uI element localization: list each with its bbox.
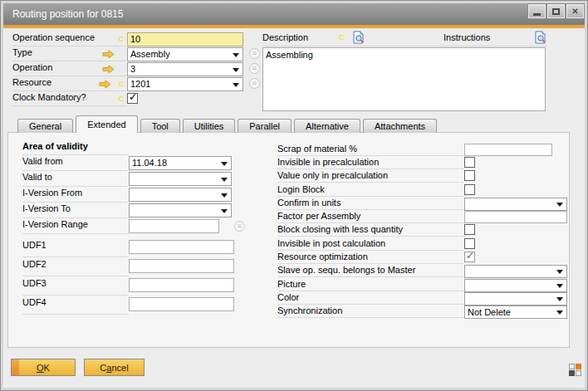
combo-value: 1201 <box>130 79 150 89</box>
dropdown-arrow-icon <box>233 68 239 72</box>
changed-marker: C <box>119 80 125 88</box>
link-arrow-icon[interactable] <box>102 65 115 76</box>
dropdown-arrow-icon <box>221 209 228 213</box>
dropdown-arrow-icon <box>221 178 228 182</box>
udf4-input[interactable] <box>129 297 234 311</box>
cancel-button[interactable]: Cancel <box>84 359 145 376</box>
instructions-expand-icon[interactable] <box>534 31 547 44</box>
udf1-input[interactable] <box>129 240 234 254</box>
block-closing-with-less-quantity-checkbox[interactable] <box>464 224 475 235</box>
tab-tool[interactable]: Tool <box>140 119 180 133</box>
dropdown-arrow-icon <box>233 83 239 87</box>
udf2-label: UDF2 <box>22 259 129 276</box>
synchronization-select[interactable]: Not Delete <box>464 305 567 319</box>
description-label: Description <box>262 32 308 42</box>
synchronization-label: Synchronization <box>277 305 464 318</box>
udf2-input[interactable] <box>129 259 234 273</box>
grip-square <box>569 370 575 376</box>
choose-from-list-icon[interactable]: ≡ <box>249 48 260 59</box>
changed-marker: C <box>119 35 125 43</box>
invisible-in-post-calculation-label: Invisible in post calculation <box>277 238 464 251</box>
description-expand-icon[interactable] <box>352 31 365 44</box>
choose-from-list-icon[interactable]: ≡ <box>234 221 245 232</box>
tab-general[interactable]: General <box>17 119 73 133</box>
valid-to-select[interactable] <box>129 172 232 186</box>
dropdown-arrow-icon <box>221 193 228 198</box>
description-textarea[interactable]: Assembling <box>262 47 546 111</box>
resource-optimization-checkbox[interactable] <box>464 252 475 262</box>
description-text: Assembling <box>266 50 313 60</box>
block-closing-with-less-quantity-label: Block closing with less quantity <box>277 224 464 237</box>
minimize-button[interactable] <box>528 4 546 18</box>
link-arrow-icon[interactable] <box>99 80 111 90</box>
invisible-in-precalculation-checkbox[interactable] <box>464 157 475 168</box>
tab-parallel[interactable]: Parallel <box>238 119 292 133</box>
label-text: Clock Mandatory? <box>12 92 86 102</box>
cancel-button-label: Cancel <box>100 363 128 373</box>
dropdown-arrow-icon <box>556 203 563 207</box>
tab-alternative[interactable]: Alternative <box>294 119 360 133</box>
color-label: Color <box>277 292 464 305</box>
login-block-checkbox[interactable] <box>464 184 475 195</box>
title-bar[interactable]: Routing position for 0815 <box>3 3 585 25</box>
iversion-from-select[interactable] <box>129 188 232 202</box>
operation-sequence-input[interactable]: 10 <box>127 32 243 46</box>
dropdown-arrow-icon <box>556 297 563 301</box>
clock-mandatory-checkbox[interactable] <box>127 93 138 104</box>
picture-select[interactable] <box>464 279 567 292</box>
scrap-of-material-input[interactable] <box>464 144 552 156</box>
iversion-range-label: I-Version Range <box>22 219 129 234</box>
slave-op-sequ-select[interactable] <box>464 265 567 278</box>
combo-value: Assembly <box>130 49 170 59</box>
extended-tab-panel: Area of validity Valid from 11.04.18 Val… <box>7 132 570 348</box>
input-value: 10 <box>130 34 140 44</box>
udf1-label: UDF1 <box>22 240 129 257</box>
grip-square <box>576 370 581 376</box>
tab-extended[interactable]: Extended <box>76 115 137 133</box>
link-arrow-icon[interactable] <box>102 50 115 61</box>
changed-marker: C <box>119 95 125 103</box>
ok-button[interactable]: OK <box>11 359 76 376</box>
confirm-in-units-label: Confirm in units <box>277 198 464 210</box>
label-text: Operation sequence <box>12 32 95 42</box>
choose-from-list-icon[interactable]: ≡ <box>249 63 260 74</box>
maximize-button[interactable] <box>547 4 565 18</box>
resize-grip-icon[interactable] <box>569 364 582 377</box>
operation-sequence-label: Operation sequence C <box>12 32 126 46</box>
iversion-from-label: I-Version From <box>22 188 129 203</box>
combo-value: 11.04.18 <box>132 158 167 168</box>
scrap-of-material-label: Scrap of material % <box>277 144 464 156</box>
invisible-in-precalculation-label: Invisible in precalculation <box>277 157 464 169</box>
ok-button-label: OK <box>37 363 50 373</box>
resource-select[interactable]: 1201 <box>127 77 243 91</box>
login-block-label: Login Block <box>277 184 464 197</box>
operation-select[interactable]: 3 <box>127 62 243 76</box>
type-select[interactable]: Assembly <box>127 47 243 61</box>
value-only-in-precalculation-checkbox[interactable] <box>464 170 475 181</box>
window-title: Routing position for 0815 <box>3 8 123 20</box>
confirm-in-units-select[interactable] <box>464 198 567 211</box>
valid-from-select[interactable]: 11.04.18 <box>129 156 232 170</box>
iversion-to-select[interactable] <box>129 203 232 217</box>
grip-square <box>576 364 581 369</box>
invisible-in-post-calculation-checkbox[interactable] <box>464 238 475 249</box>
value-only-in-precalculation-label: Value only in precalculation <box>277 170 464 183</box>
label-text: Resource <box>12 77 51 87</box>
udf3-input[interactable] <box>129 278 234 292</box>
titlebar-accent-line <box>3 25 585 28</box>
label-text: Operation <box>12 62 52 72</box>
combo-value: Not Delete <box>468 307 511 317</box>
close-button[interactable]: ✕ <box>566 4 584 18</box>
description-header-row: Description C Instructions <box>262 31 547 46</box>
tab-utilities[interactable]: Utilities <box>183 119 235 133</box>
choose-from-list-icon[interactable]: ≡ <box>249 78 260 89</box>
dropdown-arrow-icon <box>556 284 563 288</box>
instructions-label: Instructions <box>443 32 490 42</box>
iversion-range-input[interactable] <box>129 219 219 233</box>
factor-per-assembly-input[interactable] <box>464 211 567 223</box>
tab-attachments[interactable]: Attachments <box>363 119 437 133</box>
valid-to-label: Valid to <box>22 172 129 187</box>
color-select[interactable] <box>464 292 567 305</box>
maximize-icon <box>552 8 560 15</box>
factor-per-assembly-label: Factor per Assembly <box>277 211 464 223</box>
